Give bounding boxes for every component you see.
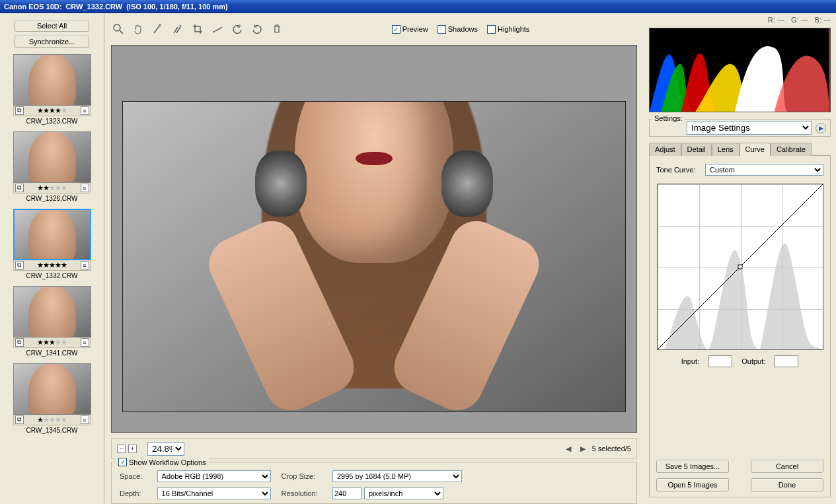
- curve-panel: Tone Curve: Custom Input: Output:: [649, 156, 831, 497]
- crop-icon[interactable]: [190, 22, 205, 36]
- title-file: CRW_1332.CRW: [65, 3, 122, 11]
- curve-editor[interactable]: [657, 184, 823, 350]
- svg-point-3: [179, 24, 181, 26]
- tab-curve[interactable]: Curve: [740, 143, 771, 156]
- resolution-input[interactable]: [332, 487, 361, 499]
- next-image-button[interactable]: ▶: [578, 443, 588, 454]
- crop-label: Crop Size:: [282, 472, 322, 480]
- rating[interactable]: ★★★★★: [37, 106, 67, 115]
- settings-badge-icon: ≡: [81, 106, 89, 115]
- rating[interactable]: ★★★★★: [37, 261, 67, 270]
- resolution-label: Resolution:: [282, 489, 322, 497]
- thumbnail[interactable]: ⧉★★★★★≡CRW_1326.CRW: [13, 131, 91, 205]
- settings-menu-button[interactable]: ▶: [816, 123, 826, 133]
- workflow-checkbox[interactable]: ✓: [118, 458, 127, 466]
- tone-curve-select[interactable]: Custom: [705, 164, 823, 176]
- thumbnail-name: CRW_1332.CRW: [13, 271, 91, 282]
- color-sampler-icon[interactable]: [171, 22, 185, 36]
- toolbar: ✓Preview Shadows Highlights: [111, 13, 637, 45]
- space-select[interactable]: Adobe RGB (1998): [157, 470, 271, 482]
- rotate-cw-icon[interactable]: [250, 22, 264, 36]
- resolution-unit-select[interactable]: pixels/inch: [364, 487, 443, 499]
- settings-panel: R: --- G: --- B: --- Settings: Image Set…: [644, 13, 836, 504]
- workflow-options: ✓Show Workflow Options Space: Adobe RGB …: [111, 462, 637, 504]
- preview-checkbox[interactable]: ✓Preview: [392, 25, 428, 34]
- thumbnail-name: CRW_1323.CRW: [13, 116, 91, 127]
- highlights-checkbox[interactable]: Highlights: [487, 25, 529, 34]
- histogram: [649, 28, 831, 112]
- title-exposure: (ISO 100, 1/180, f/11, 100 mm): [126, 3, 227, 11]
- settings-select[interactable]: Image Settings: [687, 121, 812, 135]
- tab-calibrate[interactable]: Calibrate: [771, 143, 812, 156]
- done-button[interactable]: Done: [751, 478, 823, 491]
- crop-badge-icon: ⧉: [15, 415, 24, 424]
- depth-select[interactable]: 16 Bits/Channel: [157, 487, 271, 499]
- crop-badge-icon: ⧉: [15, 261, 24, 270]
- settings-label: Settings:: [652, 114, 685, 122]
- settings-badge-icon: ≡: [81, 261, 89, 270]
- thumbnail[interactable]: ⧉★★★★★≡CRW_1332.CRW: [13, 209, 91, 282]
- zoom-icon[interactable]: [111, 22, 126, 36]
- title-camera: Canon EOS 10D:: [4, 3, 61, 11]
- selection-status: 5 selected/5: [592, 445, 631, 452]
- svg-point-0: [114, 24, 120, 31]
- thumbnail-name: CRW_1345.CRW: [13, 425, 91, 437]
- save-images-button[interactable]: Save 5 Images...: [656, 460, 729, 473]
- svg-rect-6: [738, 265, 742, 269]
- tab-adjust[interactable]: Adjust: [649, 143, 681, 156]
- output-value: [775, 355, 798, 367]
- hand-icon[interactable]: [131, 22, 145, 36]
- depth-label: Depth:: [120, 489, 147, 497]
- shadows-checkbox[interactable]: Shadows: [437, 25, 478, 34]
- trash-icon[interactable]: [270, 22, 284, 36]
- input-value: [708, 355, 732, 367]
- input-label: Input:: [681, 357, 700, 365]
- zoom-out-button[interactable]: −: [117, 445, 126, 453]
- straighten-icon[interactable]: [210, 22, 225, 36]
- preview-canvas[interactable]: [111, 45, 637, 433]
- settings-badge-icon: ≡: [81, 338, 89, 347]
- synchronize-button[interactable]: Synchronize...: [15, 36, 89, 48]
- tab-lens[interactable]: Lens: [712, 143, 740, 156]
- white-balance-icon[interactable]: [151, 22, 165, 36]
- crop-badge-icon: ⧉: [15, 184, 24, 192]
- crop-badge-icon: ⧉: [15, 106, 24, 115]
- thumbnail[interactable]: ⧉★★★★★≡CRW_1323.CRW: [13, 54, 91, 127]
- title-bar: Canon EOS 10D: CRW_1332.CRW (ISO 100, 1/…: [0, 0, 836, 13]
- filmstrip-panel: Select All Synchronize... ⧉★★★★★≡CRW_132…: [0, 13, 104, 504]
- cancel-button[interactable]: Cancel: [751, 460, 823, 473]
- thumbnail-name: CRW_1326.CRW: [13, 194, 91, 205]
- output-label: Output:: [741, 357, 765, 365]
- thumbnail[interactable]: ⧉★★★★★≡CRW_1341.CRW: [13, 286, 91, 359]
- rgb-b: B: ---: [815, 16, 831, 24]
- rating[interactable]: ★★★★★: [37, 338, 67, 347]
- filmstrip[interactable]: ⧉★★★★★≡CRW_1323.CRW⧉★★★★★≡CRW_1326.CRW⧉★…: [8, 54, 96, 499]
- space-label: Space:: [120, 472, 147, 480]
- prev-image-button[interactable]: ◀: [563, 443, 574, 454]
- svg-line-1: [120, 30, 123, 34]
- rgb-g: G: ---: [791, 16, 808, 24]
- tab-strip: Adjust Detail Lens Curve Calibrate: [649, 142, 831, 156]
- crop-select[interactable]: 2995 by 1684 (5.0 MP): [332, 470, 462, 482]
- rating[interactable]: ★★★★★: [37, 415, 67, 424]
- select-all-button[interactable]: Select All: [15, 20, 89, 32]
- settings-badge-icon: ≡: [81, 415, 89, 424]
- crop-badge-icon: ⧉: [15, 338, 24, 347]
- svg-point-2: [159, 24, 161, 26]
- thumbnail-name: CRW_1341.CRW: [13, 348, 91, 359]
- tab-detail[interactable]: Detail: [681, 143, 712, 156]
- open-images-button[interactable]: Open 5 Images: [656, 478, 729, 491]
- rating[interactable]: ★★★★★: [37, 184, 67, 192]
- svg-rect-4: [829, 28, 830, 112]
- zoom-in-button[interactable]: +: [128, 445, 137, 453]
- rgb-r: R: ---: [768, 16, 784, 24]
- rotate-ccw-icon[interactable]: [230, 22, 245, 36]
- tone-curve-label: Tone Curve:: [656, 166, 701, 174]
- settings-badge-icon: ≡: [81, 184, 89, 192]
- preview-panel: ✓Preview Shadows Highlights − +: [104, 13, 644, 504]
- zoom-select[interactable]: 24.8%: [147, 442, 184, 456]
- thumbnail[interactable]: ⧉★★★★★≡CRW_1345.CRW: [13, 363, 91, 437]
